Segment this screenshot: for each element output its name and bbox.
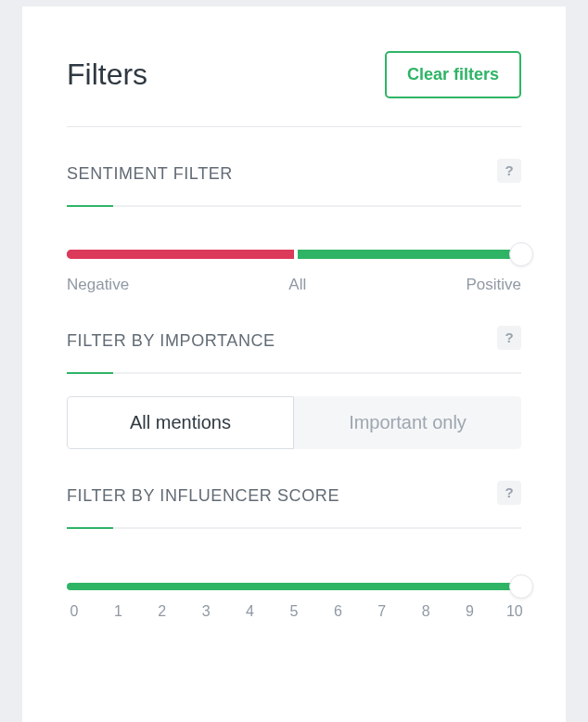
sentiment-labels: Negative All Positive bbox=[67, 276, 521, 294]
sentiment-negative-region bbox=[67, 250, 294, 259]
sentiment-track bbox=[67, 250, 521, 259]
sentiment-slider[interactable]: Negative All Positive bbox=[67, 250, 521, 294]
influencer-tick-8: 8 bbox=[418, 603, 433, 620]
influencer-tick-5: 5 bbox=[287, 603, 301, 620]
panel-title: Filters bbox=[67, 58, 147, 92]
section-header: SENTIMENT FILTER ? bbox=[67, 164, 521, 188]
influencer-tick-7: 7 bbox=[375, 603, 390, 620]
filters-panel: Filters Clear filters SENTIMENT FILTER ?… bbox=[22, 6, 566, 722]
sentiment-label-positive: Positive bbox=[466, 276, 521, 294]
importance-toggle: All mentions Important only bbox=[67, 396, 521, 449]
sentiment-slider-handle[interactable] bbox=[509, 242, 533, 266]
sentiment-label-all: All bbox=[288, 276, 306, 294]
influencer-tick-9: 9 bbox=[463, 603, 478, 620]
influencer-slider-handle[interactable] bbox=[509, 574, 533, 599]
importance-option-important[interactable]: Important only bbox=[294, 396, 521, 449]
influencer-tick-0: 0 bbox=[67, 603, 82, 620]
section-header: FILTER BY INFLUENCER SCORE ? bbox=[67, 486, 521, 510]
section-underline bbox=[67, 205, 521, 207]
section-header: FILTER BY IMPORTANCE ? bbox=[67, 331, 521, 355]
influencer-tick-10: 10 bbox=[506, 603, 521, 620]
importance-option-all[interactable]: All mentions bbox=[67, 396, 294, 449]
panel-header: Filters Clear filters bbox=[67, 51, 521, 127]
importance-section: FILTER BY IMPORTANCE ? All mentions Impo… bbox=[67, 331, 521, 449]
help-icon[interactable]: ? bbox=[497, 481, 521, 505]
influencer-slider[interactable]: 012345678910 bbox=[67, 583, 521, 620]
influencer-tick-4: 4 bbox=[243, 603, 258, 620]
sentiment-section: SENTIMENT FILTER ? Negative All Positive bbox=[67, 164, 521, 294]
influencer-ticks: 012345678910 bbox=[67, 603, 521, 620]
sentiment-positive-region bbox=[298, 250, 521, 259]
section-underline bbox=[67, 527, 521, 529]
influencer-tick-6: 6 bbox=[330, 603, 345, 620]
influencer-section: FILTER BY INFLUENCER SCORE ? 01234567891… bbox=[67, 486, 521, 620]
help-icon[interactable]: ? bbox=[497, 326, 521, 350]
importance-section-title: FILTER BY IMPORTANCE bbox=[67, 331, 275, 351]
sentiment-label-negative: Negative bbox=[67, 276, 129, 294]
influencer-tick-1: 1 bbox=[110, 603, 125, 620]
section-underline bbox=[67, 372, 521, 374]
clear-filters-button[interactable]: Clear filters bbox=[385, 51, 521, 98]
influencer-section-title: FILTER BY INFLUENCER SCORE bbox=[67, 486, 339, 506]
influencer-tick-2: 2 bbox=[155, 603, 170, 620]
help-icon[interactable]: ? bbox=[497, 159, 521, 183]
sentiment-section-title: SENTIMENT FILTER bbox=[67, 164, 233, 184]
influencer-track bbox=[67, 583, 521, 590]
influencer-tick-3: 3 bbox=[198, 603, 213, 620]
